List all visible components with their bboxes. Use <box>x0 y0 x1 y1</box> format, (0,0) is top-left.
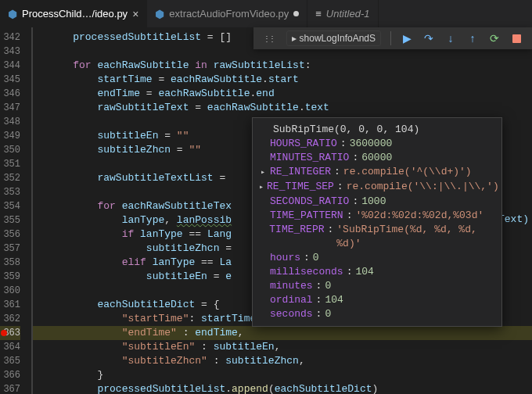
code-line[interactable]: "subtitleZhcn" : subtitleZhcn, <box>33 354 532 368</box>
file-icon: ≡ <box>315 8 322 20</box>
code-line[interactable]: processedSubtitleList.append(eachSubtitl… <box>33 382 532 394</box>
popup-key: seconds <box>270 307 313 321</box>
line-number: 354 <box>0 199 20 213</box>
line-number: 355 <box>0 213 20 227</box>
line-number: 367 <box>0 382 20 394</box>
popup-value: 104 <box>355 265 373 279</box>
popup-row[interactable]: SECONDS_RATIO: 1000 <box>253 195 501 209</box>
tab-label: Untitled-1 <box>326 8 370 20</box>
python-icon: ⬢ <box>8 8 17 20</box>
popup-row[interactable]: TIME_PATTERN: '%02d:%02d:%02d,%03d' <box>253 209 501 223</box>
code-line[interactable]: endTime = eachRawSubtitle.end <box>33 87 532 101</box>
tab-label: extractAudioFromVideo.py <box>169 8 289 20</box>
line-number: 361 <box>0 298 20 312</box>
line-number: 343 <box>0 45 20 59</box>
popup-row[interactable]: seconds: 0 <box>253 307 501 321</box>
line-number: 342 <box>0 30 20 45</box>
debug-hover-popup[interactable]: SubRipTime(0, 0, 0, 104)HOURS_RATIO: 360… <box>252 117 502 327</box>
code-line[interactable] <box>33 45 532 59</box>
tab-0[interactable]: ⬢ProcessChild…/ideo.py× <box>0 0 147 27</box>
line-number: 358 <box>0 256 20 270</box>
editor: 3423433443453463473483493503513523533543… <box>0 27 532 394</box>
popup-key: SECONDS_RATIO <box>270 195 349 209</box>
popup-value: 0 <box>325 307 331 321</box>
code-line[interactable]: "subtitleEn" : subtitleEn, <box>33 340 532 354</box>
popup-row[interactable]: hours: 0 <box>253 251 501 265</box>
popup-value: re.compile('\\:|\\.|\\,') <box>347 180 499 194</box>
popup-row[interactable]: SubRipTime(0, 0, 0, 104) <box>253 123 501 137</box>
popup-row[interactable]: ordinal: 104 <box>253 293 501 307</box>
python-icon: ⬢ <box>155 8 164 20</box>
code-area[interactable]: processedSubtitleList = [] for eachRawSu… <box>31 27 532 394</box>
popup-key: HOURS_RATIO <box>270 137 337 151</box>
line-number: 366 <box>0 368 20 382</box>
modified-dot-icon <box>293 11 299 16</box>
popup-key: TIME_PATTERN <box>270 209 343 223</box>
code-line[interactable]: } <box>33 368 532 382</box>
popup-value: 1000 <box>361 195 386 209</box>
line-number: 352 <box>0 171 20 185</box>
code-line[interactable]: for eachRawSubtitle in rawSubtitleList: <box>33 59 532 73</box>
code-line[interactable]: rawSubtitleText = eachRawSubtitle.text <box>33 101 532 115</box>
popup-key: RE_TIME_SEP <box>267 180 334 194</box>
popup-value: 3600000 <box>350 137 393 151</box>
line-number: 362 <box>0 312 20 326</box>
popup-row[interactable]: HOURS_RATIO: 3600000 <box>253 137 501 151</box>
popup-key: hours <box>270 251 300 265</box>
expand-icon[interactable]: ▸ <box>259 181 264 195</box>
line-numbers-gutter: 3423433443453463473483493503513523533543… <box>0 27 31 394</box>
popup-row[interactable]: MINUTES_RATIO: 60000 <box>253 151 501 165</box>
popup-value: 104 <box>325 293 343 307</box>
popup-row[interactable]: ▸RE_TIME_SEP: re.compile('\\:|\\.|\\,') <box>253 180 501 195</box>
tab-1[interactable]: ⬢extractAudioFromVideo.py <box>147 0 307 27</box>
popup-value: 'SubRipTime(%d, %d, %d, %d)' <box>336 223 495 251</box>
tab-2[interactable]: ≡Untitled-1 <box>307 0 378 27</box>
code-line[interactable]: "endTime" : endTime, <box>33 326 532 340</box>
line-number: 357 <box>0 242 20 256</box>
line-number: 349 <box>0 129 20 143</box>
popup-key: RE_INTEGER <box>270 165 331 179</box>
line-number: 348 <box>0 115 20 129</box>
code-line[interactable]: processedSubtitleList = [] <box>33 30 532 45</box>
popup-row[interactable]: ▸RE_INTEGER: re.compile('^(\\d+)') <box>253 165 501 180</box>
line-number: 347 <box>0 101 20 115</box>
popup-key: MINUTES_RATIO <box>270 151 349 165</box>
popup-value: re.compile('^(\\d+)') <box>343 165 472 179</box>
popup-key: TIME_REPR <box>269 223 324 237</box>
popup-key: milliseconds <box>270 265 343 279</box>
popup-value: 0 <box>325 279 331 293</box>
line-number: 359 <box>0 270 20 284</box>
line-number: 351 <box>0 157 20 171</box>
line-number: 346 <box>0 87 20 101</box>
line-number: 360 <box>0 284 20 298</box>
line-number: 350 <box>0 143 20 157</box>
line-number: 356 <box>0 227 20 242</box>
popup-row[interactable]: milliseconds: 104 <box>253 265 501 279</box>
breakpoint-icon[interactable] <box>1 330 7 336</box>
code-line[interactable]: startTime = eachRawSubtitle.start <box>33 73 532 87</box>
line-number: 353 <box>0 185 20 199</box>
popup-key: ordinal <box>270 293 313 307</box>
line-number: 344 <box>0 59 20 73</box>
line-number: 364 <box>0 340 20 354</box>
line-number: 365 <box>0 354 20 368</box>
line-number: 345 <box>0 73 20 87</box>
tab-bar: ⬢ProcessChild…/ideo.py×⬢extractAudioFrom… <box>0 0 532 27</box>
popup-key: minutes <box>270 279 313 293</box>
popup-row[interactable]: TIME_REPR: 'SubRipTime(%d, %d, %d, %d)' <box>253 223 501 251</box>
close-icon[interactable]: × <box>132 8 138 20</box>
popup-row[interactable]: minutes: 0 <box>253 279 501 293</box>
popup-value: '%02d:%02d:%02d,%03d' <box>355 209 483 223</box>
tab-label: ProcessChild…/ideo.py <box>22 8 128 20</box>
expand-icon[interactable]: ▸ <box>259 166 267 180</box>
popup-value: 60000 <box>361 151 392 165</box>
popup-value: 0 <box>313 251 319 265</box>
popup-value: SubRipTime(0, 0, 0, 104) <box>273 123 419 137</box>
